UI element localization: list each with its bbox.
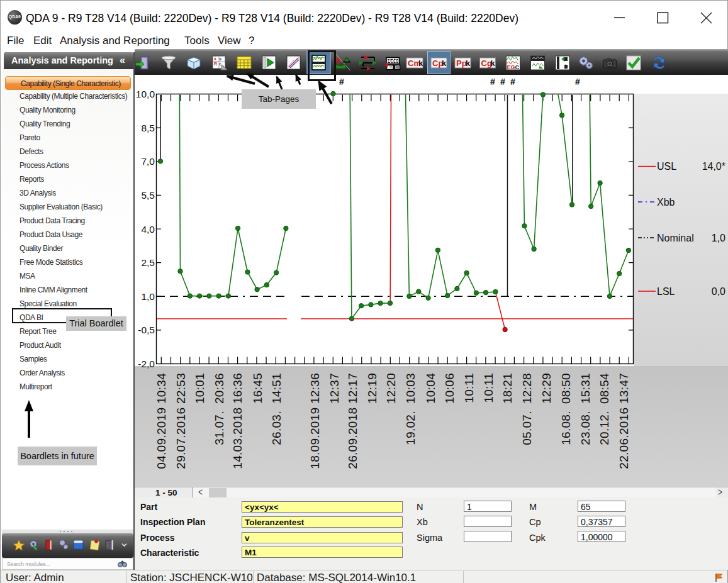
svg-text:18.09.2019 12:36: 18.09.2019 12:36 [308,373,322,469]
svg-text:10:11: 10:11 [482,373,495,403]
svg-text:12:29: 12:29 [540,373,553,404]
svg-text:USL: USL [657,161,676,172]
svg-text:k: k [442,58,447,68]
svg-text:LSL: LSL [657,286,675,297]
svg-text:29.07.2016 22:53: 29.07.2016 22:53 [174,373,188,469]
svg-text:4,0: 4,0 [141,224,155,235]
svg-text:-2,0: -2,0 [138,358,155,369]
svg-text:1,0: 1,0 [141,291,155,302]
svg-text:#: # [510,77,515,87]
svg-text:14,0*: 14,0* [702,161,725,172]
svg-text:8,5: 8,5 [141,123,155,133]
svg-text:10:11: 10:11 [462,373,476,403]
svg-text:C: C [515,64,520,70]
svg-text:26.03. 14:51: 26.03. 14:51 [270,373,283,445]
svg-text:k: k [418,58,423,68]
svg-text:23.08. 15:31: 23.08. 15:31 [579,373,592,445]
svg-text:1,0: 1,0 [712,233,725,243]
svg-text:Xbb: Xbb [657,197,675,208]
svg-text:10:06: 10:06 [443,373,456,404]
svg-text:2,5: 2,5 [141,257,155,268]
svg-text:#: # [575,77,580,87]
svg-text:18:21: 18:21 [501,373,514,404]
svg-text:16:45: 16:45 [251,373,264,404]
svg-text:7,0: 7,0 [141,156,155,167]
svg-text:05.07. 12:28: 05.07. 12:28 [520,373,534,445]
svg-text:-0,5: -0,5 [138,325,155,335]
svg-text:12:20: 12:20 [384,373,398,404]
svg-text:04.09.2019 10:34: 04.09.2019 10:34 [155,373,168,469]
svg-text:k: k [491,58,496,68]
svg-text:16.08. 08:50: 16.08. 08:50 [559,373,573,445]
svg-text:#: # [490,77,495,87]
svg-text:k: k [466,58,471,68]
svg-text:5,5: 5,5 [141,190,155,201]
svg-text:19.02. 10:03: 19.02. 10:03 [404,373,417,445]
svg-text:20.12. 08:54: 20.12. 08:54 [598,373,611,445]
svg-text:12:19: 12:19 [366,373,379,404]
svg-text:14.03.2018 16:36: 14.03.2018 16:36 [231,373,244,469]
svg-text:31.07. 20:36: 31.07. 20:36 [213,373,226,445]
svg-text:10:01: 10:01 [193,373,206,404]
svg-text:26.09.2018 12:17: 26.09.2018 12:17 [346,373,359,469]
svg-text:10,0: 10,0 [136,89,155,99]
svg-text:10:04: 10:04 [424,373,437,404]
svg-text:22.06.2016 13:47: 22.06.2016 13:47 [617,373,630,469]
svg-text:Nominal: Nominal [657,233,694,243]
svg-text:12:37: 12:37 [328,373,341,404]
svg-text:EG: EG [507,64,515,70]
svg-text:0,0: 0,0 [712,286,725,297]
svg-text:#: # [500,77,505,87]
svg-text:x̄: x̄ [214,57,216,61]
svg-text:s: s [219,57,221,61]
